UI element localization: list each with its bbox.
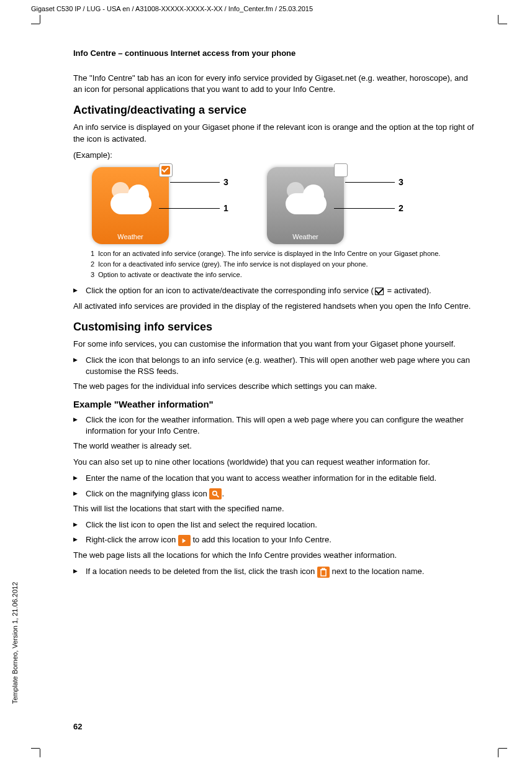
activated-icon-group: Weather 3 1 [92,167,230,244]
arrow-right-icon [178,535,191,546]
weather-icon [106,182,155,219]
custom-intro: For some info services, you can customis… [73,339,477,350]
svg-rect-4 [322,568,325,570]
step-text: = activated). [385,286,431,295]
page-content: Info Centre – continuous Internet access… [73,48,477,581]
deactivated-icon-group: Weather 3 2 [267,167,405,244]
callout-num-3: 3 [399,177,404,187]
step-text: Click the option for an icon to activate… [86,286,374,295]
intro-paragraph: The "Info Centre" tab has an icon for ev… [73,73,477,95]
step-item: Click the option for an icon to activate… [73,285,477,296]
step-marker-icon [73,473,86,484]
weather-p4: The web page lists all the locations for… [73,550,477,561]
step-text: If a location needs to be deleted from t… [86,567,317,576]
step-marker-icon [73,519,86,531]
step-text: Click the list icon to open the list and… [86,519,477,531]
step-item: Enter the name of the location that you … [73,473,477,484]
weather-tile-inactive: Weather [267,167,344,244]
magnify-icon [209,488,222,499]
crop-mark [498,15,498,24]
callout-num-3: 3 [223,177,228,187]
step-marker-icon [73,534,86,546]
activate-summary: All activated info services are provided… [73,301,477,312]
example-label: (Example): [73,150,477,161]
activate-checkbox-empty [334,163,348,177]
crop-mark [31,748,40,749]
heading-example-weather: Example "Weather information" [73,399,477,409]
legend-text: Icon for an activated info service (oran… [98,249,440,258]
step-text: next to the location name. [330,567,424,576]
heading-customising: Customising info services [73,321,477,334]
step-text: Enter the name of the location that you … [86,473,477,484]
step-marker-icon [73,355,86,377]
weather-p2: You can also set up to nine other locati… [73,457,477,468]
figure-legend: 1Icon for an activated info service (ora… [86,249,477,280]
crop-mark [498,748,507,749]
legend-text: Icon for a deactivated info service (gre… [98,260,368,269]
callout-num-1: 1 [223,203,228,213]
step-text: . [222,489,224,498]
svg-rect-2 [321,570,326,576]
crop-mark [498,24,507,24]
step-marker-icon [73,414,86,437]
step-text: to add this location to your Info Centre… [191,535,331,544]
callout-num-2: 2 [399,203,404,213]
example-figure: Weather 3 1 Weather 3 2 [92,167,477,244]
legend-num: 3 [86,270,94,280]
checkbox-icon [375,288,384,295]
step-text: Click on the magnifying glass icon [86,489,209,498]
legend-num: 2 [86,260,94,269]
weather-tile-active: Weather [92,167,169,244]
activate-description: An info service is displayed on your Gig… [73,122,477,144]
legend-num: 1 [86,249,94,258]
step-text: Click the icon that belongs to an info s… [86,355,477,377]
page-number: 62 [73,722,82,731]
trash-icon [317,567,330,578]
section-running-header: Info Centre – continuous Internet access… [73,48,477,58]
legend-text: Option to activate or deactivate the inf… [98,270,242,280]
step-item: Click the icon for the weather informati… [73,414,477,437]
crop-mark [40,749,40,757]
crop-mark [40,15,40,24]
step-text: Click the icon for the weather informati… [86,414,477,437]
svg-line-1 [216,495,219,497]
weather-icon [281,182,330,219]
step-marker-icon [73,285,86,296]
step-marker-icon [73,488,86,500]
weather-p1: The world weather is already set. [73,440,477,452]
crop-mark [498,749,498,757]
step-item: Click on the magnifying glass icon . [73,488,477,500]
document-header: Gigaset C530 IP / LUG - USA en / A31008-… [31,5,313,12]
activate-checkbox-checked [159,163,173,177]
callout-lines-right: 3 2 [349,175,405,237]
heading-activating: Activating/deactivating a service [73,104,477,117]
custom-note: The web pages for the individual info se… [73,381,477,392]
step-item: If a location needs to be deleted from t… [73,566,477,578]
crop-mark [31,24,40,24]
template-version-label: Template Borneo, Version 1, 21.06.2012 [11,582,19,704]
callout-lines-left: 3 1 [174,175,230,237]
tile-label: Weather [292,233,318,240]
tile-label: Weather [117,233,143,240]
step-item: Right-click the arrow icon to add this l… [73,534,477,546]
step-item: Click the icon that belongs to an info s… [73,355,477,377]
weather-p3: This will list the locations that start … [73,503,477,514]
step-item: Click the list icon to open the list and… [73,519,477,531]
step-text: Right-click the arrow icon [86,535,178,544]
svg-point-0 [213,491,217,495]
step-marker-icon [73,566,86,578]
